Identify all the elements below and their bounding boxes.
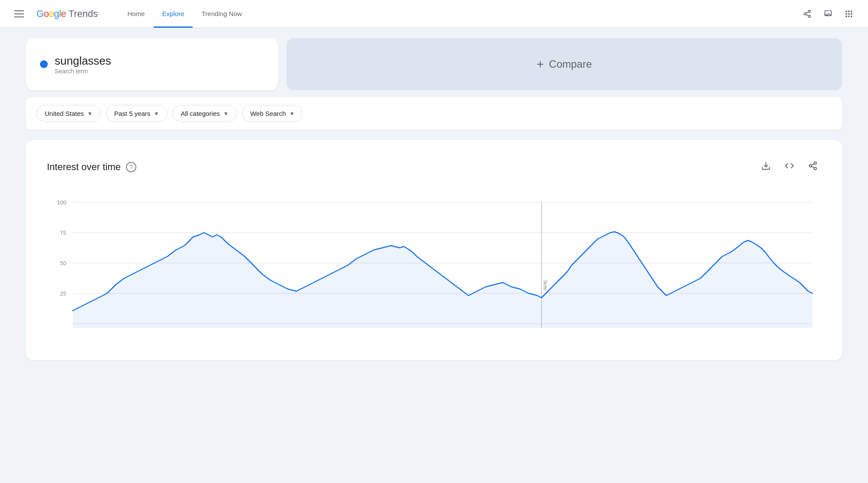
svg-rect-8 [851, 10, 852, 12]
time-filter-label: Past 5 years [114, 110, 150, 117]
svg-point-2 [809, 15, 811, 17]
search-dot [40, 60, 48, 68]
download-icon[interactable] [758, 158, 774, 176]
chart-header: Interest over time ? [47, 158, 821, 176]
nav-trending-now[interactable]: Trending Now [193, 0, 251, 28]
embed-icon[interactable] [781, 158, 798, 176]
svg-rect-12 [846, 16, 847, 17]
location-filter-label: United States [45, 110, 84, 117]
svg-rect-6 [846, 10, 847, 12]
svg-rect-9 [846, 13, 847, 14]
svg-text:50: 50 [60, 260, 66, 266]
location-dropdown-icon: ▼ [87, 111, 92, 117]
chart-section: Interest over time ? [26, 140, 842, 360]
search-type-filter-label: Web Search [250, 110, 286, 117]
search-type-filter[interactable]: Web Search ▼ [242, 105, 303, 122]
svg-line-19 [812, 166, 814, 168]
svg-text:25: 25 [60, 290, 66, 297]
svg-line-3 [806, 14, 809, 16]
search-chip[interactable]: sunglasses Search term [26, 38, 278, 90]
compare-plus-icon: + [537, 57, 544, 71]
svg-rect-7 [848, 10, 849, 12]
svg-point-0 [809, 10, 811, 12]
svg-point-1 [804, 13, 806, 15]
svg-text:75: 75 [60, 230, 66, 236]
svg-rect-14 [851, 16, 852, 17]
chart-share-icon[interactable] [805, 158, 821, 176]
share-icon[interactable] [799, 5, 816, 23]
feedback-icon[interactable] [819, 5, 837, 23]
category-dropdown-icon: ▼ [223, 111, 228, 117]
location-filter[interactable]: United States ▼ [36, 105, 101, 122]
help-icon[interactable]: ? [126, 162, 136, 172]
nav: Home Explore Trending Now [119, 0, 251, 28]
nav-explore[interactable]: Explore [153, 0, 193, 28]
chart-container: 100 75 50 25 Note [47, 194, 821, 343]
logo-google: Google [36, 8, 66, 20]
svg-point-18 [814, 168, 817, 170]
search-area: sunglasses Search term + Compare [26, 38, 842, 90]
logo-trends: Trends [66, 8, 98, 20]
chart-actions [758, 158, 821, 176]
category-filter[interactable]: All categories ▼ [172, 105, 237, 122]
compare-chip[interactable]: + Compare [287, 38, 842, 90]
svg-text:100: 100 [57, 199, 66, 206]
chart-title: Interest over time [47, 161, 121, 173]
svg-rect-13 [848, 16, 849, 17]
nav-home[interactable]: Home [119, 0, 153, 28]
search-type-dropdown-icon: ▼ [289, 111, 294, 117]
compare-label: Compare [549, 58, 592, 70]
svg-line-20 [812, 164, 814, 165]
search-type: Search term [55, 68, 111, 75]
logo: Google Trends [36, 8, 98, 20]
trend-chart: 100 75 50 25 Note [47, 194, 821, 341]
search-chip-text: sunglasses Search term [55, 54, 111, 75]
svg-rect-11 [851, 13, 852, 14]
header: Google Trends Home Explore Trending Now [0, 0, 868, 28]
menu-icon[interactable] [10, 5, 28, 23]
svg-rect-10 [848, 13, 849, 14]
chart-title-area: Interest over time ? [47, 161, 136, 173]
filters-bar: United States ▼ Past 5 years ▼ All categ… [26, 97, 842, 130]
header-right [799, 5, 858, 23]
search-term: sunglasses [55, 54, 111, 68]
svg-line-4 [806, 12, 809, 13]
time-filter[interactable]: Past 5 years ▼ [106, 105, 167, 122]
apps-icon[interactable] [840, 5, 858, 23]
svg-text:Note: Note [543, 280, 548, 290]
category-filter-label: All categories [181, 110, 220, 117]
main-content: sunglasses Search term + Compare United … [0, 28, 868, 371]
time-dropdown-icon: ▼ [154, 111, 159, 117]
svg-point-16 [814, 162, 817, 164]
header-left: Google Trends [10, 5, 98, 23]
svg-point-17 [809, 164, 812, 167]
